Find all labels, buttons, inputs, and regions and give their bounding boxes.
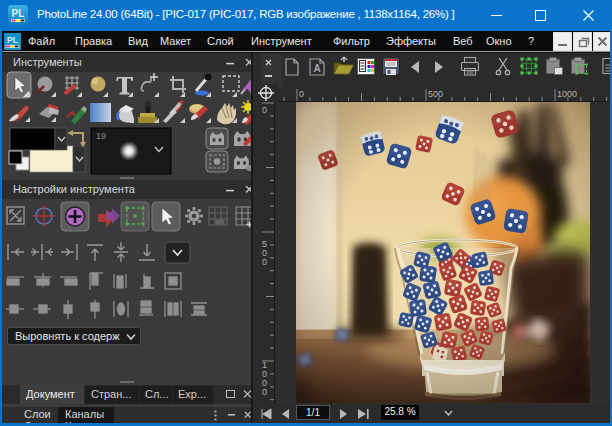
svg-text:0: 0 [262,105,267,115]
svg-text:19: 19 [96,131,106,141]
svg-text:0: 0 [262,387,267,397]
svg-text:0: 0 [262,257,267,267]
svg-text:1000: 1000 [557,89,577,99]
svg-text:500: 500 [428,89,443,99]
svg-text:PL: PL [12,8,25,19]
svg-text:0: 0 [299,89,304,99]
svg-text:PL: PL [7,35,18,45]
svg-text:A: A [313,63,320,74]
